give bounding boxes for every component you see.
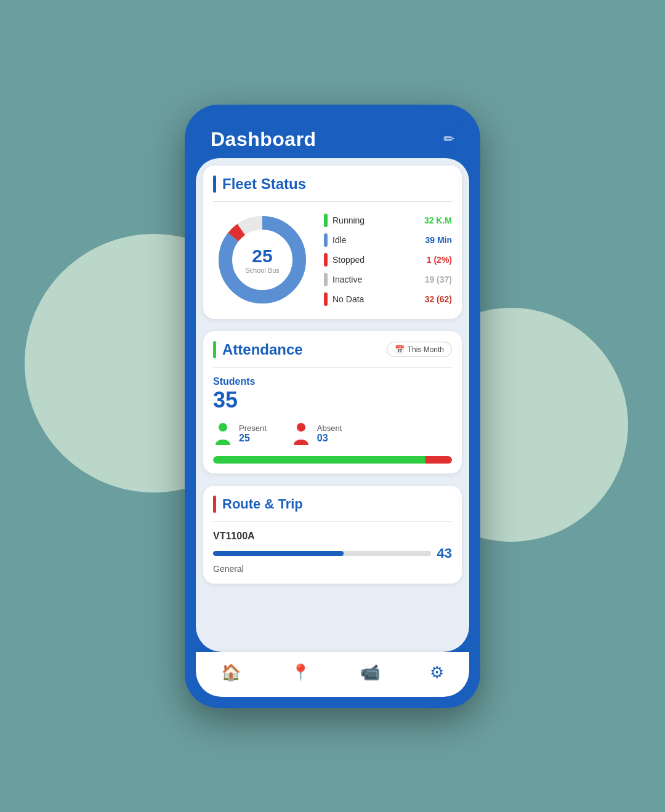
students-section: Students 35 <box>213 376 452 413</box>
legend-value: 39 Min <box>425 235 452 245</box>
absent-person-icon <box>291 422 311 446</box>
route-progress-fill <box>213 551 344 556</box>
fleet-title: Fleet Status <box>222 175 306 193</box>
attendance-divider <box>213 367 452 368</box>
svg-point-4 <box>297 423 305 432</box>
legend-bar <box>324 233 328 247</box>
present-person-icon <box>213 422 233 446</box>
camera-icon: 📹 <box>360 663 380 682</box>
attendance-title: Attendance <box>222 341 303 358</box>
legend-name: Stopped <box>332 255 422 265</box>
attendance-progress-bar <box>213 456 452 464</box>
legend-bar <box>324 214 328 227</box>
nav-settings[interactable]: ⚙ <box>420 659 454 686</box>
edit-icon[interactable]: ✏ <box>443 131 454 147</box>
route-number: 43 <box>437 545 452 561</box>
present-detail: Present 25 <box>239 424 267 444</box>
legend-item: Inactive 19 (37) <box>324 273 452 286</box>
absent-item: Absent 03 <box>291 422 342 446</box>
legend-bar <box>324 253 328 267</box>
legend-name: Idle <box>332 235 420 245</box>
attendance-header: Attendance 📅 This Month <box>213 341 452 358</box>
route-indicator <box>213 496 216 513</box>
location-icon: 📍 <box>291 663 310 682</box>
present-item: Present 25 <box>213 422 267 446</box>
present-count: 25 <box>239 433 267 444</box>
donut-chart: 25 School Bus <box>213 211 312 309</box>
legend-item: No Data 32 (62) <box>324 292 452 306</box>
route-divider <box>213 521 452 522</box>
absent-detail: Absent 03 <box>317 424 342 444</box>
legend-item: Stopped 1 (2%) <box>324 253 452 267</box>
progress-absent <box>425 456 452 464</box>
legend-value: 19 (37) <box>425 275 452 284</box>
fleet-status-card: Fleet Status <box>203 166 462 319</box>
donut-label: School Bus <box>245 267 280 274</box>
route-header: Route & Trip <box>213 496 452 513</box>
home-icon: 🏠 <box>221 663 241 682</box>
absent-label: Absent <box>317 424 342 433</box>
this-month-filter[interactable]: 📅 This Month <box>387 342 452 357</box>
route-progress-bar <box>213 551 431 556</box>
route-id: VT1100A <box>213 531 452 542</box>
route-title: Route & Trip <box>222 496 303 512</box>
attendance-detail-row: Present 25 Absent 03 <box>213 422 452 446</box>
main-content: Fleet Status <box>196 158 469 652</box>
phone-frame: Dashboard ✏ Fleet Status <box>185 105 480 708</box>
nav-location[interactable]: 📍 <box>281 659 320 686</box>
progress-present <box>213 456 425 464</box>
route-progress-row: 43 <box>213 545 452 561</box>
settings-icon: ⚙ <box>430 663 444 682</box>
app-header: Dashboard ✏ <box>196 116 469 158</box>
legend-name: Running <box>332 215 419 225</box>
donut-center: 25 School Bus <box>245 246 280 274</box>
legend-bar <box>324 273 328 286</box>
nav-home[interactable]: 🏠 <box>211 659 251 686</box>
attendance-card: Attendance 📅 This Month Students 35 <box>203 331 462 473</box>
fleet-indicator <box>213 175 216 193</box>
legend-value: 32 (62) <box>425 294 452 304</box>
legend-value: 1 (2%) <box>427 255 452 265</box>
phone-screen: Dashboard ✏ Fleet Status <box>196 116 469 697</box>
route-trip-card: Route & Trip VT1100A 43 General <box>203 486 462 584</box>
present-label: Present <box>239 424 267 433</box>
filter-label: This Month <box>408 345 444 354</box>
fleet-content: 25 School Bus Running 32 K.M Idle 39 Min… <box>213 211 452 309</box>
legend-item: Running 32 K.M <box>324 214 452 227</box>
calendar-icon: 📅 <box>395 345 405 354</box>
page-title: Dashboard <box>211 128 316 151</box>
legend-item: Idle 39 Min <box>324 233 452 247</box>
absent-count: 03 <box>317 433 342 444</box>
legend-bar <box>324 292 328 306</box>
donut-number: 25 <box>245 246 280 267</box>
students-number: 35 <box>213 387 452 413</box>
legend-name: No Data <box>332 294 420 304</box>
legend-name: Inactive <box>332 275 420 284</box>
fleet-legend: Running 32 K.M Idle 39 Min Stopped 1 (2%… <box>324 214 452 306</box>
route-type: General <box>213 564 452 574</box>
fleet-header: Fleet Status <box>213 175 452 193</box>
nav-camera[interactable]: 📹 <box>350 659 390 686</box>
students-label: Students <box>213 376 452 387</box>
fleet-divider <box>213 201 452 202</box>
svg-point-3 <box>219 423 227 432</box>
legend-value: 32 K.M <box>424 215 452 225</box>
bottom-navigation: 🏠 📍 📹 ⚙ <box>196 652 469 697</box>
attendance-indicator <box>213 341 216 358</box>
